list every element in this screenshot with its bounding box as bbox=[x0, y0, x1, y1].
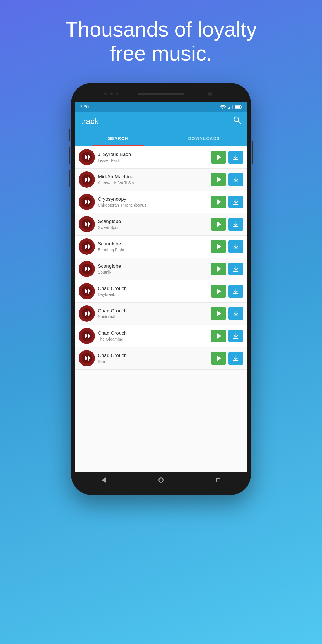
track-avatar-inner bbox=[82, 264, 92, 274]
search-button[interactable] bbox=[234, 116, 241, 126]
track-song: Afterwards We'll See bbox=[98, 180, 208, 185]
headline: Thousands of loyalty free music. bbox=[59, 17, 263, 66]
wave-bar-5 bbox=[89, 312, 90, 315]
svg-rect-6 bbox=[241, 106, 242, 108]
download-icon bbox=[233, 176, 239, 183]
wave-bar-2 bbox=[85, 245, 86, 249]
download-button[interactable] bbox=[228, 151, 243, 164]
track-item: Scanglobe Beanbag Fight bbox=[75, 236, 247, 258]
track-artist: Scanglobe bbox=[98, 263, 208, 269]
download-icon bbox=[233, 288, 239, 294]
play-button[interactable] bbox=[211, 196, 226, 208]
track-song: Daybreak bbox=[98, 292, 208, 297]
track-song: Sputnik bbox=[98, 270, 208, 274]
mute-button bbox=[69, 129, 70, 141]
search-icon bbox=[234, 116, 241, 124]
play-button[interactable] bbox=[211, 151, 226, 164]
home-button[interactable] bbox=[155, 474, 167, 486]
download-button[interactable] bbox=[228, 173, 243, 186]
wave-icon bbox=[84, 311, 90, 316]
track-avatar-inner bbox=[82, 152, 92, 162]
track-avatar bbox=[79, 171, 95, 188]
wave-bar-1 bbox=[84, 223, 84, 225]
tab-search[interactable]: SEARCH bbox=[75, 131, 161, 146]
wave-bar-5 bbox=[89, 223, 90, 225]
track-item: Scanglobe Sweet Spot bbox=[75, 213, 247, 236]
track-item: Chad Crouch Daybreak bbox=[75, 280, 247, 303]
phone-frame: 7:30 bbox=[71, 83, 251, 495]
track-avatar bbox=[79, 238, 95, 255]
wave-bar-4 bbox=[88, 334, 89, 338]
track-avatar bbox=[79, 194, 95, 210]
track-info: Cryosyncopy Chiropteran Throne (bonus bbox=[98, 196, 208, 207]
wave-bar-3 bbox=[86, 156, 87, 159]
wave-bar-3 bbox=[86, 334, 87, 337]
sensor-dot-2 bbox=[116, 92, 119, 95]
back-button[interactable] bbox=[98, 474, 110, 486]
signal-icon bbox=[228, 105, 233, 109]
wave-bar-1 bbox=[84, 178, 84, 181]
status-icons bbox=[220, 105, 242, 109]
play-button[interactable] bbox=[211, 173, 226, 186]
download-button[interactable] bbox=[228, 352, 243, 365]
track-avatar bbox=[79, 350, 95, 366]
wave-bar-5 bbox=[89, 245, 90, 248]
play-icon bbox=[217, 221, 221, 227]
track-avatar-inner bbox=[82, 353, 92, 363]
wave-bar-1 bbox=[84, 156, 84, 158]
play-icon bbox=[217, 355, 221, 361]
play-button[interactable] bbox=[211, 352, 226, 365]
wave-bar-4 bbox=[88, 222, 89, 227]
play-button[interactable] bbox=[211, 263, 226, 275]
wave-bar-2 bbox=[85, 334, 86, 338]
track-song: Beanbag Fight bbox=[98, 247, 208, 252]
track-artist: Chad Crouch bbox=[98, 353, 208, 359]
download-button[interactable] bbox=[228, 218, 243, 231]
track-avatar bbox=[79, 305, 95, 322]
play-button[interactable] bbox=[211, 240, 226, 253]
recents-button[interactable] bbox=[212, 474, 224, 486]
wave-icon bbox=[84, 200, 90, 204]
track-actions bbox=[211, 196, 243, 208]
play-icon bbox=[217, 333, 221, 339]
time-display: 7:30 bbox=[80, 104, 89, 110]
wave-bar-5 bbox=[89, 335, 90, 337]
track-artist: Scanglobe bbox=[98, 241, 208, 247]
recents-icon bbox=[216, 478, 220, 482]
wave-bar-1 bbox=[84, 201, 84, 203]
play-button[interactable] bbox=[211, 285, 226, 298]
track-info: Chad Crouch The Gloaming bbox=[98, 330, 208, 341]
download-icon bbox=[233, 310, 239, 317]
download-button[interactable] bbox=[228, 307, 243, 320]
wave-bar-2 bbox=[85, 289, 86, 293]
download-button[interactable] bbox=[228, 263, 243, 275]
wave-bar-3 bbox=[86, 200, 87, 203]
download-button[interactable] bbox=[228, 285, 243, 298]
status-bar: 7:30 bbox=[75, 102, 247, 112]
download-button[interactable] bbox=[228, 196, 243, 208]
wave-bar-4 bbox=[88, 155, 89, 160]
volume-down-button bbox=[69, 170, 70, 187]
track-avatar-inner bbox=[82, 241, 92, 252]
play-button[interactable] bbox=[211, 307, 226, 320]
track-artist: Chad Crouch bbox=[98, 330, 208, 336]
track-actions bbox=[211, 352, 243, 365]
track-avatar-inner bbox=[82, 308, 92, 319]
track-avatar-inner bbox=[82, 331, 92, 341]
sensor-dot bbox=[104, 92, 107, 95]
wave-bar-1 bbox=[84, 245, 84, 248]
wave-bar-5 bbox=[89, 201, 90, 203]
download-button[interactable] bbox=[228, 330, 243, 342]
wave-bar-4 bbox=[88, 244, 89, 249]
volume-up-button bbox=[69, 147, 70, 164]
wave-bar-4 bbox=[88, 311, 89, 316]
track-actions bbox=[211, 173, 243, 186]
play-icon bbox=[217, 266, 221, 272]
play-button[interactable] bbox=[211, 218, 226, 231]
play-button[interactable] bbox=[211, 330, 226, 342]
tab-downloads[interactable]: DOWNLOADS bbox=[161, 131, 247, 146]
track-item: Chad Crouch Dim bbox=[75, 347, 247, 370]
download-button[interactable] bbox=[228, 240, 243, 253]
wave-bar-5 bbox=[89, 290, 90, 292]
track-artist: Scanglobe bbox=[98, 219, 208, 225]
